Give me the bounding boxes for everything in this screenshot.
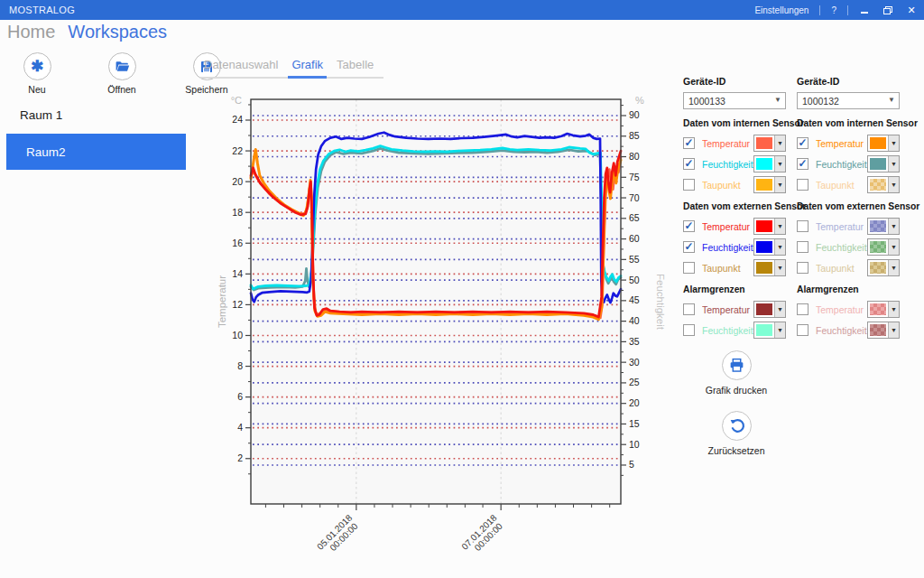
svg-text:25: 25 [629, 377, 640, 387]
checkbox-temperatur-1000133[interactable]: ✓ [683, 220, 695, 232]
color-dropdown-feuchtigkeit-1000133[interactable]: ▼ [753, 322, 786, 339]
color-swatch [870, 137, 886, 149]
sensor-row-feuchtigkeit: Feuchtigkeit▼ [683, 322, 786, 339]
undo-icon [728, 417, 745, 434]
tab-grafik[interactable]: Grafik [288, 56, 327, 79]
sensor-row-taupunkt: Taupunkt▼ [797, 176, 900, 193]
new-button[interactable]: ✱ Neu [9, 52, 65, 95]
checkbox-temperatur-1000132[interactable] [797, 220, 808, 232]
svg-text:40: 40 [629, 315, 640, 326]
device-panels: Geräte-ID1000133▼Daten vom internen Sens… [683, 76, 900, 342]
sensor-row-feuchtigkeit: ✓Feuchtigkeit▼ [683, 238, 786, 256]
sensor-label-feuchtigkeit: Feuchtigkeit [816, 159, 867, 170]
sidebar-item-label: Raum 1 [20, 108, 62, 122]
color-dropdown-temperatur-1000132[interactable]: ▼ [867, 218, 900, 235]
color-dropdown-temperatur-1000132[interactable]: ▼ [867, 135, 900, 152]
checkbox-temperatur-1000133[interactable] [683, 303, 695, 315]
minimize-button[interactable] [857, 3, 872, 17]
svg-text:24: 24 [232, 114, 243, 125]
titlebar: MOSTRALOG Einstellungen ? ✕ [0, 0, 924, 20]
svg-text:22: 22 [232, 145, 243, 156]
sensor-label-temperatur: Temperatur [702, 221, 753, 232]
color-dropdown-feuchtigkeit-1000132[interactable]: ▼ [867, 322, 900, 339]
color-dropdown-feuchtigkeit-1000133[interactable]: ▼ [753, 238, 786, 256]
sensor-row-temperatur: Temperatur▼ [797, 218, 900, 235]
svg-text:70: 70 [629, 192, 640, 203]
checkbox-temperatur-1000132[interactable]: ✓ [797, 137, 808, 149]
geraete-id-select-1000132[interactable]: 1000132▼ [797, 92, 900, 109]
settings-menu-button[interactable]: Einstellungen [753, 5, 810, 15]
svg-text:65: 65 [629, 212, 640, 223]
svg-text:°C: °C [231, 95, 242, 106]
checkbox-taupunkt-1000132[interactable] [797, 179, 808, 191]
help-button[interactable]: ? [829, 5, 838, 15]
svg-text:6: 6 [237, 391, 243, 402]
color-dropdown-taupunkt-1000133[interactable]: ▼ [753, 176, 786, 193]
svg-text:5: 5 [629, 459, 634, 470]
section-title: Daten vom internen Sensor [797, 118, 900, 128]
restore-button[interactable] [881, 3, 895, 17]
tab-datenauswahl[interactable]: Datenauswahl [200, 56, 282, 79]
checkbox-taupunkt-1000133[interactable] [683, 262, 695, 274]
sidebar-item-raum2[interactable]: Raum2 [6, 134, 186, 170]
color-dropdown-feuchtigkeit-1000132[interactable]: ▼ [867, 155, 900, 172]
print-chart-button[interactable]: Grafik drucken [706, 350, 767, 396]
nav-workspaces[interactable]: Workspaces [68, 22, 167, 42]
dropdown-arrow-icon: ▼ [774, 260, 785, 275]
close-button[interactable]: ✕ [904, 3, 919, 17]
restore-icon [883, 6, 892, 14]
checkbox-temperatur-1000133[interactable]: ✓ [683, 137, 695, 149]
color-dropdown-temperatur-1000133[interactable]: ▼ [753, 135, 786, 152]
sensor-label-temperatur: Temperatur [816, 221, 867, 232]
color-swatch [756, 179, 772, 191]
section-title: Daten vom externen Sensor [797, 201, 900, 211]
sensor-row-temperatur: Temperatur▼ [683, 301, 786, 318]
dropdown-arrow-icon: ▼ [888, 177, 899, 192]
svg-text:50: 50 [629, 275, 640, 285]
color-dropdown-feuchtigkeit-1000132[interactable]: ▼ [867, 238, 900, 256]
svg-text:10: 10 [629, 439, 640, 450]
svg-text:Temperatur: Temperatur [217, 275, 227, 328]
checkbox-taupunkt-1000133[interactable] [683, 179, 695, 191]
dropdown-arrow-icon: ▼ [774, 177, 785, 192]
geraete-id-label: Geräte-ID [683, 76, 786, 87]
checkbox-taupunkt-1000132[interactable] [797, 262, 808, 274]
color-dropdown-taupunkt-1000132[interactable]: ▼ [867, 259, 900, 276]
color-swatch [756, 324, 772, 336]
checkbox-temperatur-1000132[interactable] [797, 303, 808, 315]
sensor-row-feuchtigkeit: Feuchtigkeit▼ [797, 238, 900, 256]
checkbox-feuchtigkeit-1000133[interactable] [683, 324, 695, 336]
color-dropdown-temperatur-1000133[interactable]: ▼ [753, 301, 786, 318]
color-swatch [870, 179, 886, 191]
checkbox-feuchtigkeit-1000133[interactable]: ✓ [683, 241, 695, 253]
checkbox-feuchtigkeit-1000132[interactable] [797, 241, 808, 253]
open-button[interactable]: Öffnen [94, 52, 150, 95]
svg-text:10: 10 [232, 330, 243, 340]
checkbox-feuchtigkeit-1000132[interactable]: ✓ [797, 158, 808, 170]
color-dropdown-taupunkt-1000132[interactable]: ▼ [867, 176, 900, 193]
checkbox-feuchtigkeit-1000132[interactable] [797, 324, 808, 336]
sensor-data-chart[interactable]: 2468101214161820222451015202530354045505… [217, 87, 668, 578]
color-dropdown-temperatur-1000133[interactable]: ▼ [753, 218, 786, 235]
sidebar-item-raum1[interactable]: Raum 1 [0, 101, 189, 128]
nav-home[interactable]: Home [7, 22, 55, 42]
sensor-label-temperatur: Temperatur [816, 304, 867, 315]
close-icon: ✕ [907, 5, 915, 16]
sensor-row-temperatur: Temperatur▼ [797, 301, 900, 318]
dropdown-arrow-icon: ▼ [888, 156, 899, 172]
color-dropdown-feuchtigkeit-1000133[interactable]: ▼ [753, 155, 786, 172]
chart-actions: Grafik drucken Zurücksetzen [686, 350, 787, 471]
geraete-id-select-1000133[interactable]: 1000133▼ [683, 92, 786, 109]
color-dropdown-temperatur-1000132[interactable]: ▼ [867, 301, 900, 318]
sensor-row-feuchtigkeit: Feuchtigkeit▼ [797, 322, 900, 339]
svg-text:%: % [635, 95, 644, 106]
tab-tabelle[interactable]: Tabelle [333, 56, 377, 79]
sensor-label-feuchtigkeit: Feuchtigkeit [816, 325, 867, 336]
color-swatch [756, 241, 772, 253]
sidebar-item-label: Raum2 [26, 145, 66, 159]
reset-button[interactable]: Zurücksetzen [707, 411, 764, 456]
svg-text:15: 15 [629, 418, 640, 429]
color-dropdown-taupunkt-1000133[interactable]: ▼ [753, 259, 786, 276]
checkbox-feuchtigkeit-1000133[interactable]: ✓ [683, 158, 695, 170]
dropdown-arrow-icon: ▼ [888, 239, 899, 255]
